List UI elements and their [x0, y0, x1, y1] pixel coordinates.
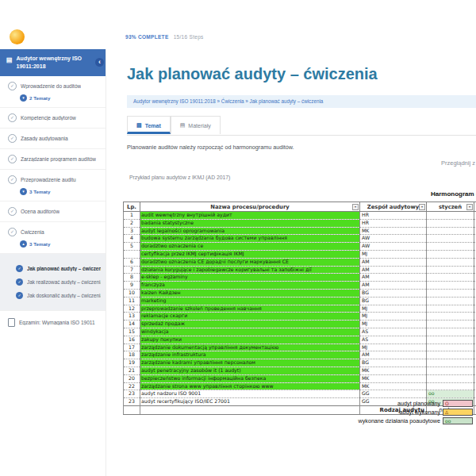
- cell-team: AS: [360, 336, 427, 344]
- cell-january: [427, 219, 474, 227]
- sidebar-item-label: Zasady audytowania: [21, 136, 68, 141]
- cell-team: MK: [360, 374, 427, 382]
- cell-lp: 8: [124, 274, 140, 282]
- cell-team: MJ: [360, 321, 427, 328]
- cell-team: AM: [360, 282, 427, 290]
- legend-color-cell: oo: [443, 417, 473, 424]
- cell-january: [427, 344, 474, 351]
- cell-team: MK: [360, 382, 427, 390]
- legend-color-cell: Δ: [443, 409, 473, 416]
- cell-name: doradztwo oznaczenia ce: [140, 243, 360, 251]
- table-row: 2badania statystyczneHR: [124, 219, 476, 227]
- cell-name: audyt legalności oprogramowania: [140, 227, 360, 235]
- exam-label: Egzamin: Wymagania ISO 19011: [19, 320, 95, 325]
- cell-january: [427, 374, 474, 382]
- table-row: 7działania korygujące i zapobiegawcze ко…: [124, 266, 476, 274]
- sidebar-item-wprowadzenie-do-audit-w[interactable]: ✓Wprowadzenie do auditów▾2 Tematy: [0, 76, 106, 107]
- cell-team: MJ: [360, 250, 427, 258]
- cell-name: doradztwo oznaczenia CE дорадчі послуги …: [140, 258, 360, 266]
- cell-january: [427, 351, 474, 359]
- table-header-row: Lp.Nazwa procesu/procedury▾Zespół audyto…: [124, 202, 476, 212]
- check-circle-icon: ✓: [8, 228, 17, 236]
- cell-lp: 22: [124, 382, 140, 390]
- cell-january: [427, 305, 474, 313]
- cell-name: windykacja: [140, 328, 360, 336]
- cell-january: [427, 367, 474, 374]
- sidebar-collapse-button[interactable]: ‹: [95, 58, 104, 67]
- legend-label: audyt wykonany: [399, 409, 440, 416]
- sidebar-item-exam[interactable]: Egzamin: Wymagania ISO 19011: [0, 310, 106, 334]
- cell-name: sprzedaż продаж: [140, 321, 360, 328]
- cell-lp: [124, 405, 140, 414]
- content-tabs: ▤Temat▤Materiały: [127, 116, 221, 134]
- topics-badge: ▴3 Tematy: [20, 240, 99, 248]
- cell-name: kaizen Кайдзен: [140, 289, 360, 297]
- check-circle-icon: ✓: [8, 175, 17, 184]
- cell-january: [427, 297, 474, 305]
- legend-row-audyt-wykonany: audyt wykonanyΔ: [238, 408, 473, 416]
- cell-january: [427, 382, 474, 390]
- sidebar-item-wiczenia[interactable]: ✓Ćwiczenia▴3 Tematy: [0, 221, 106, 253]
- sidebar-subitem-jak-doskonali-audyty-wiczenia[interactable]: ✓Jak doskonalić audyty – ćwiczenia: [0, 289, 106, 302]
- breadcrumb[interactable]: Audytor wewnętrzny ISO 19011:2018 » Ćwic…: [127, 95, 476, 108]
- sidebar-item-ocena-auditor-w[interactable]: ✓Ocena auditorów: [0, 201, 106, 221]
- sidebar-subitem-label: Jak doskonalić audyty – ćwiczenia: [27, 293, 101, 298]
- cell-team: MK: [360, 367, 427, 374]
- cell-name: bezpieczeństwo informacji інформаційна б…: [140, 374, 360, 382]
- sidebar-item-label: Ćwiczenia: [21, 229, 44, 235]
- table-caption: Przykład planu audytów z IKMJ (AD 2017): [129, 175, 230, 180]
- check-circle-icon: ✓: [16, 265, 23, 272]
- legend-row-wykonane-dzia-ania-poaudytowe: wykonane działania poaudytoweoo: [238, 416, 473, 425]
- table-row: 22zarządzanie strona www управління стор…: [124, 382, 476, 390]
- cell-team: MJ: [360, 305, 427, 313]
- sidebar-item-kompetencje-audytor-w[interactable]: ✓Kompetencje audytorów: [0, 107, 106, 128]
- book-icon: ▤: [6, 56, 13, 65]
- cell-january: [427, 359, 474, 367]
- sidebar-item-label: Wprowadzenie do auditów: [21, 83, 81, 89]
- cell-name: audyt penetracyjny zasobów it (1 audyt): [140, 367, 360, 374]
- tab-materia-y[interactable]: ▤Materiały: [171, 116, 221, 134]
- sidebar-item-zarz-dzanie-programem-audit-w[interactable]: ✓Zarządzanie programem auditów: [0, 148, 106, 169]
- course-progress: 93% COMPLETE 15/16 Steps: [125, 34, 204, 40]
- table-row: 16zakupy покупкиAS: [124, 336, 476, 344]
- cell-lp: 5: [124, 243, 140, 251]
- cell-lp: 3: [124, 227, 140, 235]
- sidebar-item-przeprowadzenie-auditu[interactable]: ✓Przeprowadzenie auditu▾3 Tematy: [0, 169, 106, 201]
- top-bar: 93% COMPLETE 15/16 Steps: [0, 0, 476, 49]
- cell-name: audit wewnętrzny внутрішній аудит: [140, 212, 360, 220]
- cell-january: [427, 336, 474, 344]
- review-link[interactable]: Przeglądnij z: [441, 159, 475, 167]
- table-row: 9franczyzaAM: [124, 282, 476, 290]
- cell-lp: 14: [124, 321, 140, 328]
- cell-team: BG: [360, 359, 427, 367]
- cell-name: budowa systemu zarządzania будова систем…: [140, 235, 360, 243]
- table-row: 12przeprowadzanie szkoleń проведення нав…: [124, 305, 476, 313]
- legend-color-cell: O: [443, 400, 473, 407]
- table-row: 18zarządzanie infrastrukturaAM: [124, 351, 476, 359]
- table-row: 13reklamacje скаргиMJ: [124, 313, 476, 321]
- sidebar-subitem-label: Jak realizować audyty – ćwiczenia: [27, 279, 101, 285]
- course-title-header: ▤ Audytor wewnętrzny ISO 19011:2018 ‹: [0, 49, 106, 76]
- cell-name: zarządzanie dokumentacją управління доку…: [140, 344, 360, 351]
- sidebar-subitem-jak-realizowa-audyty-wiczenia[interactable]: ✓Jak realizować audyty – ćwiczenia: [0, 275, 106, 289]
- sidebar-item-zasady-audytowania[interactable]: ✓Zasady audytowania: [0, 128, 106, 148]
- table-row: 11marketingBG: [124, 297, 476, 305]
- course-title: Audytor wewnętrzny ISO 19011:2018: [17, 55, 95, 71]
- cell-january: [427, 258, 474, 266]
- schedule-title: Harmonogram c: [431, 190, 476, 198]
- cell-lp: 15: [124, 328, 140, 336]
- cell-name: marketing: [140, 297, 360, 305]
- cell-january: [427, 289, 474, 297]
- sidebar-subitem-jak-planowa-audyty-wiczenia[interactable]: ✓Jak planować audyty – ćwiczenia: [0, 262, 106, 275]
- tab-temat[interactable]: ▤Temat: [127, 116, 171, 134]
- column-header-nazwa-procesu-procedury: Nazwa procesu/procedury▾: [140, 202, 360, 212]
- table-row: 1audit wewnętrzny внутрішній аудитHR: [124, 212, 476, 220]
- sidebar-item-label: Zarządzanie programem auditów: [21, 156, 96, 162]
- cell-lp: 1: [124, 212, 140, 220]
- tabs-divider: [127, 135, 476, 136]
- cell-team: AW: [360, 243, 427, 251]
- table-row: 23audyt nadzoru ISO 9001GGoo: [124, 390, 476, 398]
- cell-team: HR: [360, 219, 427, 227]
- cell-lp: 19: [124, 359, 140, 367]
- exam-document-icon: [8, 318, 15, 327]
